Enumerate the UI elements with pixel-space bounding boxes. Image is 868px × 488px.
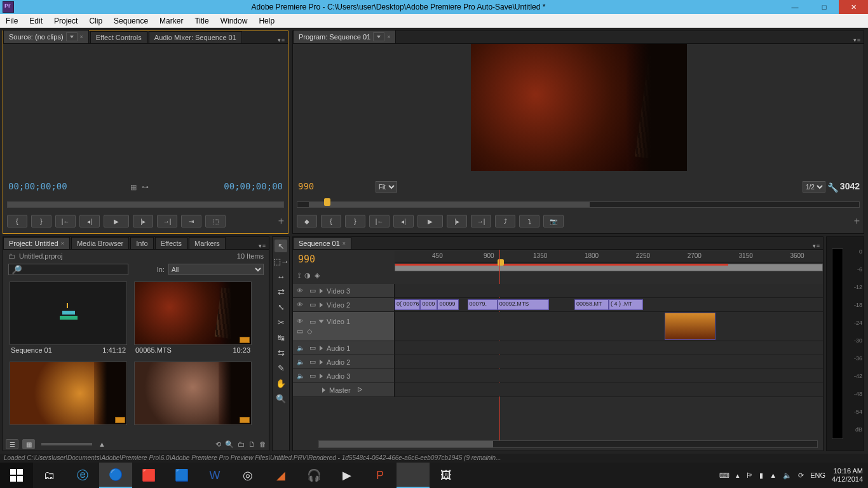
tab-program[interactable]: Program: Sequence 01× <box>293 30 396 43</box>
menu-edit[interactable]: Edit <box>24 14 48 27</box>
menu-sequence[interactable]: Sequence <box>108 14 154 27</box>
menu-window[interactable]: Window <box>215 14 254 27</box>
minimize-button[interactable]: — <box>780 0 810 14</box>
lock-icon[interactable]: ▭ <box>309 301 316 309</box>
panel-menu-icon[interactable]: ▾≡ <box>851 37 864 43</box>
menu-file[interactable]: File <box>0 14 24 27</box>
play-button[interactable]: ▶ <box>104 215 129 227</box>
tray-keyboard-icon[interactable]: ⌨ <box>719 471 729 480</box>
frame-icon[interactable]: ▭ <box>297 327 303 336</box>
zoom-tool[interactable]: 🔍 <box>275 392 287 405</box>
lift-button[interactable]: ⤴ <box>495 215 515 227</box>
menu-help[interactable]: Help <box>253 14 280 27</box>
playhead-icon[interactable] <box>324 198 330 206</box>
maximize-button[interactable]: □ <box>810 0 839 14</box>
search-input[interactable] <box>8 264 128 275</box>
speaker-icon[interactable] <box>297 358 306 367</box>
eye-icon[interactable] <box>297 287 306 295</box>
task-word[interactable]: W <box>198 463 231 488</box>
tray-network-icon[interactable]: ▲ <box>770 471 776 479</box>
sort-icon[interactable]: ▲ <box>98 440 105 448</box>
timeline-clip[interactable]: 00079. <box>468 299 498 310</box>
lock-icon[interactable]: ▭ <box>309 344 316 352</box>
time-ruler[interactable]: 450 900 1350 1800 2250 2700 3150 3600 <box>395 251 823 262</box>
menu-project[interactable]: Project <box>48 14 83 27</box>
item-clip-thumb[interactable] <box>134 281 252 345</box>
mark-in-button[interactable]: { <box>7 215 27 227</box>
item-sequence-thumb[interactable] <box>10 281 127 345</box>
sync-lock-icon[interactable]: ◑ <box>304 271 311 280</box>
program-scrub-bar[interactable] <box>297 201 860 208</box>
wrench-icon[interactable]: 🔧 <box>827 182 838 193</box>
zoom-fit-select[interactable]: Fit <box>376 181 397 193</box>
expand-icon[interactable] <box>322 388 325 393</box>
tray-flag-icon[interactable]: 🏳 <box>746 471 753 479</box>
selection-tool[interactable]: ↖ <box>275 240 287 252</box>
button-editor-icon[interactable]: + <box>278 215 284 227</box>
mark-out-button[interactable]: } <box>345 215 365 227</box>
lock-icon[interactable]: ▭ <box>309 287 316 295</box>
list-view-button[interactable]: ☰ <box>6 439 18 449</box>
project-items-grid[interactable]: Sequence 011:41:12 00065.MTS10:23 <box>7 279 265 435</box>
go-in-button[interactable]: |← <box>369 215 390 227</box>
slide-tool[interactable]: ⇆ <box>275 346 287 359</box>
program-pos[interactable]: 990 <box>298 181 314 191</box>
expand-icon[interactable] <box>320 346 323 351</box>
lock-icon[interactable]: ▭ <box>309 372 316 380</box>
insert-button[interactable]: ⇥ <box>181 215 201 227</box>
panel-menu-icon[interactable]: ▾≡ <box>275 37 288 43</box>
program-dropdown-icon[interactable] <box>373 32 384 41</box>
source-tc-in[interactable]: 00;00;00;00 <box>8 181 67 191</box>
extract-button[interactable]: ⤵ <box>519 215 539 227</box>
menu-title[interactable]: Title <box>189 14 214 27</box>
tab-info[interactable]: Info <box>130 237 153 249</box>
source-dropdown-icon[interactable] <box>66 32 78 41</box>
timeline-clip[interactable]: ( 4 ) .MT <box>609 299 643 310</box>
ripple-edit-tool[interactable]: ↔ <box>275 270 287 283</box>
rolling-edit-tool[interactable]: ⇄ <box>275 285 287 298</box>
tab-project[interactable]: Project: Untitled× <box>3 237 70 249</box>
task-photos[interactable]: 🖼 <box>430 463 463 488</box>
expand-icon[interactable] <box>320 360 323 365</box>
tray-battery-icon[interactable]: ▮ <box>759 471 763 480</box>
mark-in-button[interactable]: { <box>321 215 341 227</box>
playhead-marker-icon[interactable] <box>498 259 504 266</box>
thumb-size-slider[interactable] <box>41 443 92 445</box>
timeline-clip[interactable]: 00058.MT <box>574 299 609 310</box>
program-preview[interactable] <box>471 44 687 171</box>
step-back-button[interactable]: ◂| <box>393 215 414 227</box>
tray-sync-icon[interactable]: ⟳ <box>798 471 804 480</box>
start-button[interactable] <box>0 463 33 488</box>
panel-menu-icon[interactable]: ▾≡ <box>810 243 823 249</box>
keyframe-icon[interactable]: ◇ <box>307 327 312 336</box>
go-in-button[interactable]: |← <box>55 215 76 227</box>
step-back-button[interactable]: ◂| <box>79 215 100 227</box>
work-area-bar[interactable] <box>395 264 823 271</box>
speaker-icon[interactable] <box>297 344 306 353</box>
tab-markers[interactable]: Markers <box>189 237 226 249</box>
tab-effect-controls[interactable]: Effect Controls <box>90 31 147 43</box>
rate-stretch-tool[interactable]: ⤡ <box>275 301 287 313</box>
mark-out-button[interactable]: } <box>31 215 51 227</box>
find-icon[interactable]: 🔍 <box>225 440 234 449</box>
tab-source[interactable]: Source: (no clips)× <box>3 30 89 43</box>
task-powerpoint[interactable]: P <box>363 463 397 488</box>
lock-icon[interactable]: ▭ <box>309 318 316 326</box>
lock-icon[interactable]: ▭ <box>309 358 316 366</box>
tab-audio-mixer[interactable]: Audio Mixer: Sequence 01 <box>149 31 242 43</box>
delete-button[interactable]: 🗑 <box>259 440 266 448</box>
tray-expand-icon[interactable]: ▴ <box>736 471 740 480</box>
tab-media-browser[interactable]: Media Browser <box>71 237 129 249</box>
task-player[interactable]: ▶ <box>330 463 363 488</box>
task-premiere[interactable] <box>397 463 430 488</box>
speaker-icon[interactable] <box>297 372 306 381</box>
pen-tool[interactable]: ✎ <box>275 362 287 374</box>
step-fwd-button[interactable]: |▸ <box>133 215 153 227</box>
source-scrub-bar[interactable] <box>7 201 284 208</box>
expand-icon[interactable] <box>320 302 323 308</box>
close-button[interactable]: ✕ <box>839 0 868 14</box>
timeline-pos[interactable]: 990 <box>298 254 390 265</box>
step-fwd-button[interactable]: |▸ <box>447 215 467 227</box>
close-icon[interactable]: × <box>342 240 346 247</box>
expand-icon[interactable] <box>320 288 323 294</box>
